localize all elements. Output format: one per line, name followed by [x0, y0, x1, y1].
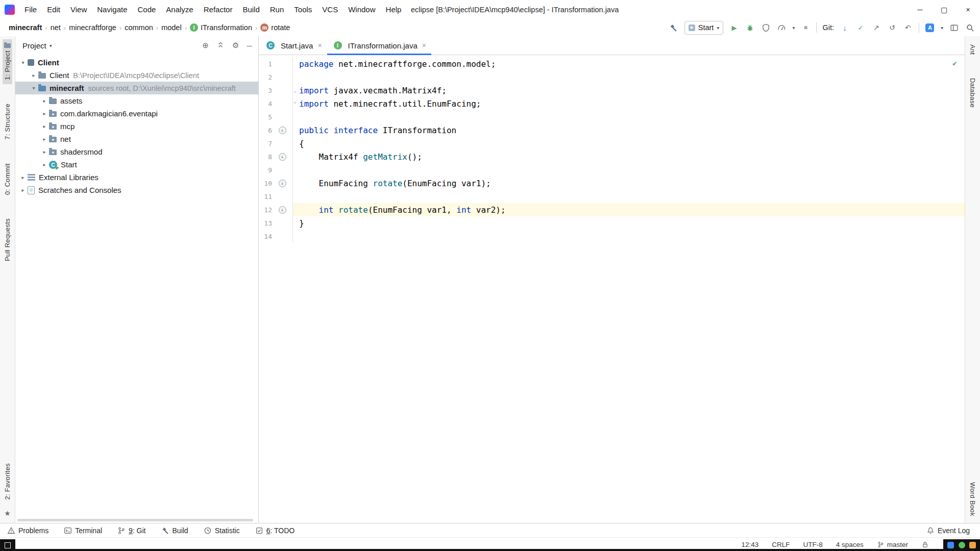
- tree-item-external-libraries[interactable]: ▸External Libraries: [15, 171, 258, 184]
- tree-item-scratches-and-consoles[interactable]: ▸Scratches and Consoles: [15, 184, 258, 196]
- code-line-11[interactable]: 11: [259, 190, 965, 203]
- line-separator-status[interactable]: CRLF: [772, 541, 790, 548]
- encoding-status[interactable]: UTF-8: [803, 541, 822, 548]
- tool-stripe-word-book[interactable]: Word Book: [968, 478, 977, 520]
- tool-stripe-7-structure[interactable]: 7: Structure: [3, 99, 12, 144]
- close-tab-icon[interactable]: ×: [422, 41, 426, 49]
- menu-edit[interactable]: Edit: [42, 0, 65, 19]
- horizontal-scrollbar[interactable]: [17, 519, 253, 521]
- tree-collapsed-arrow-icon[interactable]: ▸: [40, 123, 49, 129]
- git-branch-status[interactable]: master: [877, 541, 908, 548]
- fold-marker-icon[interactable]: ⌄: [293, 88, 297, 93]
- tree-collapsed-arrow-icon[interactable]: ▸: [29, 72, 38, 78]
- run-configuration-selector[interactable]: Start ▾: [684, 21, 724, 35]
- tray-icon-orange[interactable]: [969, 542, 976, 548]
- breadcrumb-item-itransformation[interactable]: IITransformation: [188, 23, 254, 32]
- toolwindow-button-problems[interactable]: Problems: [7, 527, 48, 535]
- code-line-5[interactable]: 5: [259, 110, 965, 123]
- tab-start-java[interactable]: CStart.java×: [260, 36, 327, 55]
- locate-file-button[interactable]: ⊕: [202, 41, 209, 50]
- toolwindow-button-todo[interactable]: 6: TODO: [255, 527, 295, 535]
- code-line-13[interactable]: 13}: [259, 216, 965, 230]
- code-line-4[interactable]: 4⌃import net.minecraft.util.EnumFacing;: [259, 97, 965, 110]
- chevron-down-icon[interactable]: ▾: [792, 25, 795, 31]
- toolwindow-button-event-log[interactable]: Event Log: [926, 527, 970, 535]
- chevron-down-icon[interactable]: ▾: [941, 25, 943, 31]
- tree-item-client[interactable]: ▸ClientB:\Project\IDEA\mcp940\eclipse\Cl…: [15, 69, 258, 82]
- breadcrumb-item-net[interactable]: net: [49, 23, 62, 32]
- menu-tools[interactable]: Tools: [289, 0, 317, 19]
- menu-view[interactable]: View: [65, 0, 92, 19]
- tree-item-assets[interactable]: ▸assets: [15, 94, 258, 107]
- toolwindow-button-terminal[interactable]: Terminal: [64, 527, 102, 535]
- tool-stripe-pull-requests[interactable]: Pull Requests: [3, 214, 12, 265]
- project-panel-title[interactable]: Project: [22, 41, 46, 50]
- tree-collapsed-arrow-icon[interactable]: ▸: [18, 187, 28, 193]
- breadcrumb-item-minecraftforge[interactable]: minecraftforge: [67, 23, 118, 32]
- chevron-down-icon[interactable]: ▾: [50, 43, 52, 48]
- menu-help[interactable]: Help: [381, 0, 407, 19]
- code-line-10[interactable]: 10↓ EnumFacing rotate(EnumFacing var1);: [259, 177, 965, 190]
- menu-build[interactable]: Build: [237, 0, 264, 19]
- code-line-9[interactable]: 9: [259, 163, 965, 177]
- code-line-3[interactable]: 3⌄import javax.vecmath.Matrix4f;: [259, 84, 965, 97]
- favorites-star-icon[interactable]: ★: [4, 509, 11, 517]
- menu-window[interactable]: Window: [343, 0, 380, 19]
- breadcrumb-item-minecraft[interactable]: minecraft: [7, 23, 43, 32]
- menu-refactor[interactable]: Refactor: [199, 0, 238, 19]
- minimize-button[interactable]: ─: [908, 0, 932, 19]
- menu-analyze[interactable]: Analyze: [161, 0, 198, 19]
- indent-status[interactable]: 4 spaces: [836, 541, 864, 548]
- code-line-1[interactable]: 1package net.minecraftforge.common.model…: [259, 57, 965, 70]
- code-editor[interactable]: 1package net.minecraftforge.common.model…: [259, 55, 965, 523]
- menu-code[interactable]: Code: [132, 0, 161, 19]
- tree-item-com-darkmagician6-eventapi[interactable]: ▸com.darkmagician6.eventapi: [15, 107, 258, 120]
- tool-stripe-0-commit[interactable]: 0: Commit: [3, 159, 12, 199]
- profiler-button[interactable]: [776, 22, 787, 33]
- tree-item-start[interactable]: ▸CStart: [15, 158, 258, 171]
- tool-stripe-ant[interactable]: Ant: [968, 40, 977, 59]
- taskbar-corner-button[interactable]: [0, 539, 15, 551]
- collapse-all-button[interactable]: [216, 41, 225, 51]
- tree-expanded-arrow-icon[interactable]: ▾: [29, 85, 38, 91]
- menu-run[interactable]: Run: [265, 0, 289, 19]
- tool-stripe-1-project[interactable]: 1: Project: [3, 39, 12, 84]
- code-line-2[interactable]: 2: [259, 70, 965, 84]
- tree-collapsed-arrow-icon[interactable]: ▸: [18, 174, 28, 180]
- lock-icon[interactable]: [921, 541, 929, 548]
- close-tab-icon[interactable]: ×: [317, 41, 322, 49]
- breadcrumb-item-model[interactable]: model: [160, 23, 183, 32]
- debug-button[interactable]: [745, 22, 755, 33]
- implemented-marker-icon[interactable]: ↓: [279, 180, 286, 187]
- push-button[interactable]: ↗: [871, 22, 881, 33]
- code-line-14[interactable]: 14: [259, 230, 965, 243]
- tool-stripe-2-favorites[interactable]: 2: Favorites: [3, 459, 12, 504]
- tree-item-mcp[interactable]: ▸mcp: [15, 120, 258, 133]
- tree-item-net[interactable]: ▸net: [15, 133, 258, 145]
- layout-icon[interactable]: [949, 22, 959, 33]
- close-button[interactable]: ×: [956, 0, 980, 19]
- toolwindow-button-git[interactable]: 9: Git: [117, 527, 145, 535]
- toolwindow-button-statistic[interactable]: Statistic: [204, 527, 240, 535]
- tree-item-client[interactable]: ▾Client: [15, 56, 258, 69]
- maximize-button[interactable]: ▢: [932, 0, 956, 19]
- toolwindow-button-build[interactable]: Build: [161, 527, 188, 535]
- build-project-button[interactable]: [669, 22, 679, 33]
- commit-button[interactable]: ✓: [855, 22, 866, 33]
- tree-collapsed-arrow-icon[interactable]: ▸: [40, 136, 49, 142]
- code-line-12[interactable]: 12↓ int rotate(EnumFacing var1, int var2…: [259, 203, 965, 216]
- code-line-8[interactable]: 8↓ Matrix4f getMatrix();: [259, 150, 965, 163]
- breadcrumb-item-rotate[interactable]: mrotate: [259, 23, 291, 32]
- fold-marker-icon[interactable]: ⌃: [293, 101, 297, 107]
- code-line-6[interactable]: 6↓public interface ITransformation: [259, 123, 965, 137]
- history-button[interactable]: ↺: [887, 22, 897, 33]
- breadcrumb-item-common[interactable]: common: [123, 23, 155, 32]
- tray-icon-blue[interactable]: [947, 542, 954, 548]
- translate-icon[interactable]: A: [925, 22, 935, 33]
- tree-collapsed-arrow-icon[interactable]: ▸: [40, 98, 49, 104]
- implemented-marker-icon[interactable]: ↓: [279, 153, 286, 161]
- menu-vcs[interactable]: VCS: [317, 0, 343, 19]
- tree-collapsed-arrow-icon[interactable]: ▸: [40, 149, 49, 155]
- menu-navigate[interactable]: Navigate: [92, 0, 132, 19]
- search-everywhere-icon[interactable]: [965, 22, 975, 33]
